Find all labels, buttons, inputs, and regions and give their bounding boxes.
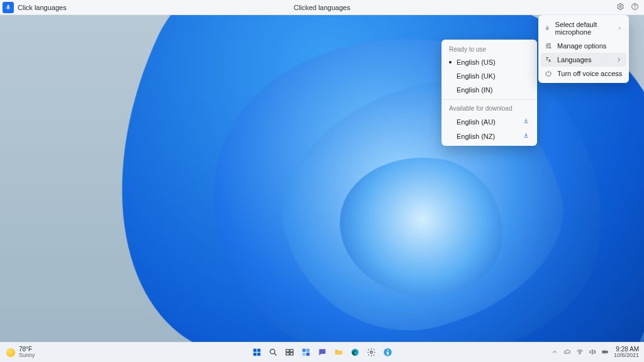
svg-point-0 xyxy=(619,6,621,8)
windows-logo-icon xyxy=(252,348,262,357)
menu-item-label: Turn off voice access xyxy=(557,70,622,77)
menu-item-manage-options[interactable]: Manage options xyxy=(538,39,629,53)
svg-rect-16 xyxy=(302,349,305,352)
edge-icon xyxy=(350,348,360,357)
download-button[interactable] xyxy=(523,132,530,140)
voice-settings-flyout: Select default microphone Manage options… xyxy=(538,15,629,83)
task-view-button[interactable] xyxy=(282,346,296,359)
settings-app-button[interactable] xyxy=(364,346,378,359)
svg-rect-9 xyxy=(253,353,256,356)
svg-point-23 xyxy=(387,349,388,351)
language-option-en-uk[interactable]: English (UK) xyxy=(441,69,537,83)
svg-rect-3 xyxy=(547,26,548,29)
languages-submenu: Ready to use English (US) English (UK) E… xyxy=(441,40,537,146)
file-explorer-button[interactable] xyxy=(331,346,345,359)
submenu-section-available: Available for download xyxy=(441,102,537,114)
svg-point-5 xyxy=(547,45,548,47)
gear-icon xyxy=(367,348,376,357)
svg-rect-14 xyxy=(286,353,289,355)
language-icon xyxy=(545,56,552,63)
sliders-icon xyxy=(545,42,552,50)
svg-point-11 xyxy=(270,349,275,354)
settings-button[interactable] xyxy=(616,3,625,12)
svg-rect-8 xyxy=(257,349,260,352)
search-icon xyxy=(269,348,278,357)
submenu-divider xyxy=(441,99,537,100)
power-icon xyxy=(545,70,552,77)
mic-outline-icon xyxy=(545,25,550,32)
selected-bullet-icon xyxy=(449,61,452,63)
task-view-icon xyxy=(285,348,294,357)
chat-button[interactable] xyxy=(315,346,329,359)
svg-point-2 xyxy=(635,8,635,9)
svg-rect-19 xyxy=(306,353,309,356)
menu-item-turn-off[interactable]: Turn off voice access xyxy=(538,67,629,80)
language-option-en-nz[interactable]: English (NZ) xyxy=(441,129,537,143)
menu-item-default-mic[interactable]: Select default microphone xyxy=(538,18,629,39)
svg-rect-15 xyxy=(290,353,293,355)
language-label: English (AU) xyxy=(457,118,496,126)
menu-item-label: Manage options xyxy=(557,42,606,50)
help-button[interactable] xyxy=(631,3,639,12)
chevron-right-icon xyxy=(617,25,623,32)
voice-status-text: Clicked languages xyxy=(0,4,644,11)
svg-rect-18 xyxy=(302,353,305,356)
folder-icon xyxy=(334,348,343,357)
menu-item-label: Languages xyxy=(557,56,591,63)
widgets-icon xyxy=(301,348,311,357)
chevron-right-icon xyxy=(615,56,623,63)
gear-icon xyxy=(616,3,625,11)
language-option-en-us[interactable]: English (US) xyxy=(441,55,537,69)
download-icon xyxy=(523,132,530,139)
accessibility-icon xyxy=(383,348,392,357)
svg-rect-13 xyxy=(290,349,293,352)
mic-icon xyxy=(5,4,11,11)
search-button[interactable] xyxy=(266,346,280,359)
svg-rect-12 xyxy=(286,349,289,352)
language-option-en-in[interactable]: English (IN) xyxy=(441,83,537,97)
download-button[interactable] xyxy=(523,118,530,126)
widgets-button[interactable] xyxy=(299,346,313,359)
voice-hint-text: Click languages xyxy=(18,4,67,11)
language-option-en-au[interactable]: English (AU) xyxy=(441,114,537,129)
language-label: English (IN) xyxy=(457,86,492,94)
chat-icon xyxy=(318,348,327,357)
menu-item-languages[interactable]: Languages xyxy=(541,53,626,67)
taskbar: 78°F Sunny xyxy=(0,342,644,362)
help-icon xyxy=(631,3,639,11)
svg-rect-17 xyxy=(306,349,309,352)
accessibility-button[interactable] xyxy=(380,346,394,359)
language-label: English (US) xyxy=(457,58,496,66)
voice-access-bar: Click languages Clicked languages xyxy=(0,0,644,15)
svg-rect-10 xyxy=(257,353,260,356)
svg-point-21 xyxy=(370,351,372,354)
mic-toggle-button[interactable] xyxy=(3,2,14,13)
download-icon xyxy=(523,118,530,124)
language-label: English (NZ) xyxy=(457,133,495,140)
edge-button[interactable] xyxy=(348,346,362,359)
svg-rect-7 xyxy=(253,349,256,352)
taskbar-center xyxy=(0,346,644,359)
svg-point-4 xyxy=(549,43,550,45)
menu-item-label: Select default microphone xyxy=(555,21,613,36)
language-label: English (UK) xyxy=(457,72,496,80)
submenu-section-ready: Ready to use xyxy=(441,43,537,55)
start-button[interactable] xyxy=(250,346,264,359)
